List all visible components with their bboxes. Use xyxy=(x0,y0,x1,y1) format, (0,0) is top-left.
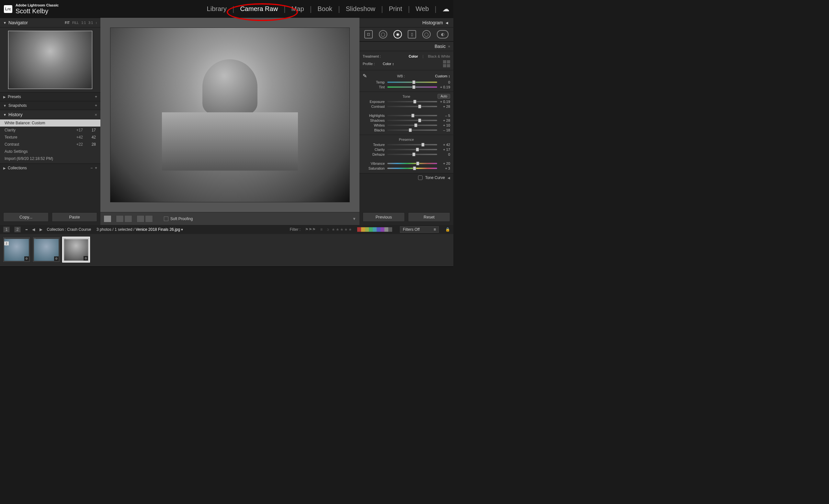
module-camera-raw[interactable]: Camera Raw xyxy=(234,5,284,13)
copy-settings-button[interactable]: Copy... xyxy=(3,212,48,222)
slider-blacks[interactable]: Blacks – 18 xyxy=(363,128,450,132)
module-web[interactable]: Web xyxy=(410,5,435,13)
zoom-fit[interactable]: FIT xyxy=(65,21,70,25)
profile-dropdown[interactable]: Color ↕ xyxy=(383,62,394,66)
slider-exposure[interactable]: Exposure + 0.19 xyxy=(363,100,450,104)
slider-dehaze[interactable]: Dehaze 0 xyxy=(363,152,450,156)
add-snapshot-icon[interactable]: + xyxy=(95,103,97,108)
wb-dropdown[interactable]: Custom ↕ xyxy=(435,74,450,78)
slider-texture[interactable]: Texture + 42 xyxy=(363,143,450,147)
before-after-lr2-button[interactable] xyxy=(124,215,132,222)
left-panel: ▼ Navigator FIT FILL 1:1 3:1 ↕ ▶ Presets… xyxy=(0,18,100,225)
clear-history-icon[interactable]: ✕ xyxy=(95,113,97,117)
radial-filter-tool-icon[interactable]: ◯ xyxy=(422,30,431,39)
presets-section[interactable]: ▶ Presets + xyxy=(0,92,100,101)
previous-button[interactable]: Previous xyxy=(363,212,405,222)
before-after-tb-button[interactable] xyxy=(137,215,144,222)
filter-settings-icon[interactable]: ≡ xyxy=(320,227,323,232)
zoom-3to1[interactable]: 3:1 xyxy=(88,21,93,25)
loupe-view: Soft Proofing ▼ xyxy=(100,18,359,225)
auto-tone-button[interactable]: Auto xyxy=(437,94,450,99)
slider-saturation[interactable]: Saturation + 3 xyxy=(363,166,450,170)
before-after-lr-button[interactable] xyxy=(116,215,124,222)
module-book[interactable]: Book xyxy=(312,5,338,13)
right-panel: Histogram ◀ ⊡ ◯ ◉ ▯ ◯ ◐ Basic ≡ Treatmen… xyxy=(359,18,454,225)
filmstrip-thumb[interactable]: 2⚙ xyxy=(32,237,60,263)
profile-browser-icon[interactable] xyxy=(443,60,450,67)
tone-curve-header[interactable]: Tone Curve ◀ xyxy=(359,173,454,182)
filters-off-dropdown[interactable]: Filters Off≡ xyxy=(400,226,439,233)
navigator-header[interactable]: ▼ Navigator FIT FILL 1:1 3:1 ↕ xyxy=(0,18,100,28)
before-after-tb2-button[interactable] xyxy=(145,215,153,222)
treatment-color[interactable]: Color xyxy=(409,54,418,58)
reset-button[interactable]: Reset xyxy=(408,212,450,222)
go-forward-icon[interactable]: ▶ xyxy=(39,227,42,232)
slider-temp[interactable]: Temp 0 xyxy=(363,80,450,84)
module-print[interactable]: Print xyxy=(383,5,408,13)
filmstrip[interactable]: 12⚙2⚙3⚙ xyxy=(0,234,454,266)
history-title: History xyxy=(8,112,23,117)
presets-title: Presets xyxy=(8,94,21,99)
graduated-filter-tool-icon[interactable]: ▯ xyxy=(408,30,416,39)
zoom-fill[interactable]: FILL xyxy=(72,21,79,25)
slider-vibrance[interactable]: Vibrance + 20 xyxy=(363,161,450,165)
slider-contrast[interactable]: Contrast + 28 xyxy=(363,105,450,109)
adjustment-brush-tool-icon[interactable]: ◐ xyxy=(437,30,448,39)
flag-filter-icon[interactable]: ⚑⚑⚑ xyxy=(305,227,316,232)
zoom-1to1[interactable]: 1:1 xyxy=(81,21,86,25)
zoom-stepper-icon[interactable]: ↕ xyxy=(96,21,97,25)
cloud-sync-icon[interactable]: ☁ xyxy=(436,5,449,13)
treatment-bw[interactable]: Black & White xyxy=(428,54,450,58)
panel-switch-icon[interactable]: ≡ xyxy=(448,45,450,48)
wb-eyedropper-icon[interactable]: ✎ xyxy=(363,73,367,79)
module-library[interactable]: Library xyxy=(201,5,232,13)
go-back-icon[interactable]: ◀ xyxy=(32,227,35,232)
toolbar-options-icon[interactable]: ▼ xyxy=(352,217,356,221)
color-label-filter[interactable] xyxy=(357,227,392,232)
module-slideshow[interactable]: Slideshow xyxy=(340,5,381,13)
slider-tint[interactable]: Tint + 0.19 xyxy=(363,85,450,89)
history-item[interactable]: Clarity+1717 xyxy=(0,126,100,134)
history-item[interactable]: Contrast+2228 xyxy=(0,141,100,148)
remove-collection-icon[interactable]: − xyxy=(91,166,93,170)
filmstrip-thumb[interactable]: 3⚙ xyxy=(62,237,90,263)
add-preset-icon[interactable]: + xyxy=(95,94,97,99)
basic-header[interactable]: Basic ≡ xyxy=(359,41,454,51)
spot-removal-tool-icon[interactable]: ◯ xyxy=(379,30,387,39)
main-preview[interactable] xyxy=(100,18,359,212)
slider-whites[interactable]: Whites + 10 xyxy=(363,123,450,127)
module-map[interactable]: Map xyxy=(286,5,310,13)
soft-proofing-toggle[interactable]: Soft Proofing xyxy=(164,217,193,221)
filmstrip-thumb[interactable]: 12⚙ xyxy=(3,237,30,263)
slider-clarity[interactable]: Clarity + 17 xyxy=(363,148,450,152)
rating-filter[interactable]: ≥ ★★★★★ xyxy=(327,227,353,232)
crop-tool-icon[interactable]: ⊡ xyxy=(364,30,373,39)
add-collection-icon[interactable]: + xyxy=(95,166,97,170)
slider-highlights[interactable]: Highlights – 5 xyxy=(363,114,450,117)
histogram-header[interactable]: Histogram ◀ xyxy=(359,18,454,28)
bottom-edge xyxy=(0,266,454,270)
module-picker: Library| Camera Raw| Map| Book| Slidesho… xyxy=(201,5,449,13)
collections-section[interactable]: ▶ Collections − + xyxy=(0,163,100,172)
paste-settings-button[interactable]: Paste xyxy=(52,212,97,222)
second-window-button[interactable]: 2 xyxy=(14,227,21,232)
grid-icon[interactable]: ▪▪ xyxy=(25,227,28,232)
soft-proofing-checkbox[interactable] xyxy=(164,217,168,221)
snapshots-section[interactable]: ▼ Snapshots + xyxy=(0,101,100,110)
loupe-view-button[interactable] xyxy=(104,215,111,222)
history-item[interactable]: White Balance: Custom xyxy=(0,119,100,126)
main-window-button[interactable]: 1 xyxy=(3,227,10,232)
history-item[interactable]: Auto Settings xyxy=(0,148,100,155)
slider-shadows[interactable]: Shadows + 28 xyxy=(363,118,450,122)
source-path[interactable]: Collection : Crash Course 3 photos / 1 s… xyxy=(47,227,183,232)
history-item[interactable]: Import (6/9/20 12:18:52 PM) xyxy=(0,155,100,162)
filter-lock-icon[interactable]: 🔒 xyxy=(445,227,450,232)
navigator-preview[interactable] xyxy=(0,28,100,92)
history-header[interactable]: ▼ History ✕ xyxy=(0,110,100,119)
disclosure-triangle-icon: ▼ xyxy=(3,113,6,117)
history-item[interactable]: Texture+4242 xyxy=(0,134,100,141)
filmstrip-info-bar: 1 2 ▪▪ ◀ ▶ Collection : Crash Course 3 p… xyxy=(0,225,454,234)
redeye-tool-icon[interactable]: ◉ xyxy=(393,30,402,39)
histogram-title: Histogram xyxy=(422,20,443,25)
panel-switch-icon[interactable] xyxy=(418,176,423,180)
